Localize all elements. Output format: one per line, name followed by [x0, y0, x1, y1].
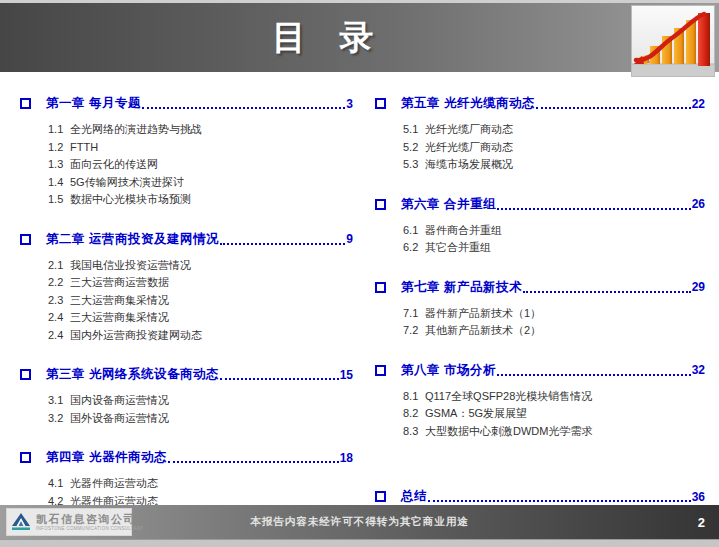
chapter-title: 第七章 新产品新技术: [401, 279, 522, 296]
chapter-title: 第二章 运营商投资及建网情况: [46, 231, 219, 248]
subitem-title: 光器件商运营动态: [70, 475, 158, 491]
bullet-square-icon: [20, 369, 31, 380]
chapter-subitem-list: 5.1光纤光缆厂商动态5.2光纤光缆厂商动态5.3海缆市场发展概况: [375, 121, 705, 172]
toc-section: 第六章 合并重组 26 6.1器件商合并重组6.2其它合并重组: [375, 196, 705, 257]
chapter-title: 第四章 光器件商动态: [46, 449, 167, 466]
subitem-number: 8.1: [403, 388, 425, 404]
toc-subitem: 8.1Q117全球QSFP28光模块销售情况: [403, 388, 705, 404]
subitem-number: 7.1: [403, 305, 425, 321]
toc-chapter-entry[interactable]: 第六章 合并重组 26: [375, 196, 705, 213]
toc-subitem: 8.2GSMA：5G发展展望: [403, 405, 705, 421]
subitem-number: 2.4: [48, 327, 70, 343]
chapter-title: 第三章 光网络系统设备商动态: [46, 366, 219, 383]
subitem-number: 2.2: [48, 274, 70, 290]
subitem-title: 光纤光缆厂商动态: [425, 121, 513, 137]
bullet-square-icon: [20, 452, 31, 463]
chapter-page-number: 36: [692, 490, 705, 504]
bottom-border-strip: [0, 539, 719, 547]
dotted-leader: [523, 291, 691, 293]
bar-chart-growth-icon: [632, 6, 714, 76]
chapter-subitem-list: 8.1Q117全球QSFP28光模块销售情况8.2GSMA：5G发展展望8.3大…: [375, 388, 705, 439]
subitem-number: 5.2: [403, 139, 425, 155]
toc-column-right: 第五章 光纤光缆商动态 22 5.1光纤光缆厂商动态5.2光纤光缆厂商动态5.3…: [375, 95, 705, 547]
toc-chapter-entry[interactable]: 第二章 运营商投资及建网情况 9: [20, 231, 353, 248]
chapter-title: 总结: [401, 488, 427, 505]
subitem-number: 2.1: [48, 257, 70, 273]
chapter-title: 第六章 合并重组: [401, 196, 496, 213]
chapter-subitem-list: 6.1器件商合并重组6.2其它合并重组: [375, 222, 705, 256]
toc-subitem: 2.1我国电信业投资运营情况: [48, 257, 353, 273]
subitem-title: 海缆市场发展概况: [425, 156, 513, 172]
subitem-title: 国外设备商运营情况: [70, 410, 169, 426]
toc-chapter-entry[interactable]: 第七章 新产品新技术 29: [375, 279, 705, 296]
subitem-title: 大型数据中心刺激DWDM光学需求: [425, 423, 592, 439]
toc-chapter-entry[interactable]: 总结 36: [375, 488, 705, 505]
toc-chapter-entry[interactable]: 第四章 光器件商动态 18: [20, 449, 353, 466]
toc-subitem: 4.1光器件商运营动态: [48, 475, 353, 491]
toc-subitem: 5.1光纤光缆厂商动态: [403, 121, 705, 137]
subitem-number: 7.2: [403, 322, 425, 338]
toc-section: 第五章 光纤光缆商动态 22 5.1光纤光缆厂商动态5.2光纤光缆厂商动态5.3…: [375, 95, 705, 174]
subitem-title: 面向云化的传送网: [70, 156, 158, 172]
copyright-disclaimer: 本报告内容未经许可不得转为其它商业用途: [250, 515, 469, 529]
chapter-subitem-list: 2.1我国电信业投资运营情况2.2三大运营商运营数据2.3三大运营商集采情况2.…: [20, 257, 353, 343]
bullet-square-icon: [375, 491, 386, 502]
subitem-title: GSMA：5G发展展望: [425, 405, 527, 421]
subitem-title: 国内设备商运营情况: [70, 392, 169, 408]
dotted-leader: [428, 500, 691, 502]
toc-subitem: 1.45G传输网技术演进探讨: [48, 174, 353, 190]
subitem-number: 5.3: [403, 156, 425, 172]
toc-subitem: 3.2国外设备商运营情况: [48, 410, 353, 426]
subitem-number: 2.3: [48, 292, 70, 308]
chapter-subitem-list: 7.1器件新产品新技术（1）7.2其他新产品新技术（2）: [375, 305, 705, 339]
toc-section: 第八章 市场分析 32 8.1Q117全球QSFP28光模块销售情况8.2GSM…: [375, 362, 705, 441]
bullet-square-icon: [375, 365, 386, 376]
chapter-page-number: 26: [692, 197, 705, 211]
subitem-number: 6.2: [403, 239, 425, 255]
toc-section: 总结 36: [375, 488, 705, 505]
chapter-title: 第一章 每月专题: [46, 95, 141, 112]
subitem-title: 5G传输网技术演进探讨: [70, 174, 184, 190]
subitem-title: 三大运营商集采情况: [70, 292, 169, 308]
toc-subitem: 1.1全光网络的演进趋势与挑战: [48, 121, 353, 137]
company-logo: 凯石信息咨询公司 INFOSTONE COMMUNICATION CONSULT…: [6, 508, 132, 536]
dotted-leader: [497, 208, 691, 210]
toc-slide: 目 录: [0, 0, 719, 547]
page-title: 目 录: [272, 15, 385, 61]
subitem-number: 3.2: [48, 410, 70, 426]
dotted-leader: [220, 378, 339, 380]
header-banner: 目 录: [0, 3, 719, 72]
subitem-title: 三大运营商运营数据: [70, 274, 169, 290]
bar-chart-image: [631, 5, 715, 77]
toc-section: 第七章 新产品新技术 29 7.1器件新产品新技术（1）7.2其他新产品新技术（…: [375, 279, 705, 340]
toc-section: 第一章 每月专题 3 1.1全光网络的演进趋势与挑战1.2FTTH1.3面向云化…: [20, 95, 353, 209]
subitem-number: 8.3: [403, 423, 425, 439]
toc-chapter-entry[interactable]: 第五章 光纤光缆商动态 22: [375, 95, 705, 112]
chapter-subitem-list: 3.1国内设备商运营情况3.2国外设备商运营情况: [20, 392, 353, 426]
subitem-number: 1.1: [48, 121, 70, 137]
toc-subitem: 7.1器件新产品新技术（1）: [403, 305, 705, 321]
company-name: 凯石信息咨询公司 INFOSTONE COMMUNICATION CONSULT…: [36, 513, 143, 532]
chapter-page-number: 9: [346, 232, 353, 246]
toc-chapter-entry[interactable]: 第三章 光网络系统设备商动态 15: [20, 366, 353, 383]
toc-content: 第一章 每月专题 3 1.1全光网络的演进趋势与挑战1.2FTTH1.3面向云化…: [0, 72, 719, 547]
toc-subitem: 6.1器件商合并重组: [403, 222, 705, 238]
subitem-title: 其它合并重组: [425, 239, 491, 255]
toc-subitem: 1.2FTTH: [48, 139, 353, 155]
subitem-number: 1.4: [48, 174, 70, 190]
company-name-cn: 凯石信息咨询公司: [36, 513, 143, 525]
toc-chapter-entry[interactable]: 第八章 市场分析 32: [375, 362, 705, 379]
footer-bar: 凯石信息咨询公司 INFOSTONE COMMUNICATION CONSULT…: [0, 505, 719, 539]
bullet-square-icon: [375, 282, 386, 293]
subitem-number: 2.4: [48, 309, 70, 325]
subitem-title: 光纤光缆厂商动态: [425, 139, 513, 155]
toc-chapter-entry[interactable]: 第一章 每月专题 3: [20, 95, 353, 112]
subitem-number: 1.5: [48, 191, 70, 207]
subitem-number: 1.3: [48, 156, 70, 172]
subitem-title: 其他新产品新技术（2）: [425, 322, 541, 338]
chapter-title: 第八章 市场分析: [401, 362, 496, 379]
bullet-square-icon: [20, 234, 31, 245]
toc-subitem: 2.4三大运营商集采情况: [48, 309, 353, 325]
subitem-number: 6.1: [403, 222, 425, 238]
subitem-number: 8.2: [403, 405, 425, 421]
